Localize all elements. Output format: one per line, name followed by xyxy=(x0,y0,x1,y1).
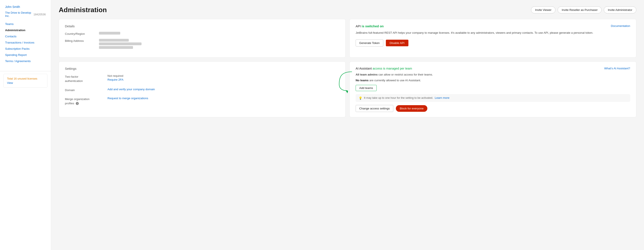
ai-no-teams-bold: No teams xyxy=(356,79,368,82)
sidebar-user: John Smith xyxy=(0,5,51,10)
billing-blurred-1 xyxy=(99,39,129,42)
invite-viewer-button[interactable]: Invite Viewer xyxy=(531,7,556,14)
sidebar-org: The Drive to Develop Inc. 18420536 xyxy=(0,10,51,21)
disable-api-button[interactable]: Disable API xyxy=(386,40,408,46)
merge-org-link[interactable]: Request to merge organizations xyxy=(108,97,148,100)
2fa-value-text: Not required xyxy=(108,74,124,77)
ai-no-teams-suffix: are currently allowed to use AI Assistan… xyxy=(368,79,421,82)
ai-no-teams-note: No teams are currently allowed to use AI… xyxy=(356,79,630,82)
generate-token-button[interactable]: Generate Token xyxy=(356,40,383,47)
merge-info-icon[interactable]: i xyxy=(76,102,79,105)
license-view-link[interactable]: View xyxy=(7,81,13,84)
app-layout: John Smith The Drive to Develop Inc. 184… xyxy=(0,0,644,250)
billing-blurred-2 xyxy=(99,42,142,45)
learn-more-link[interactable]: Learn more xyxy=(435,96,450,99)
api-documentation-link[interactable]: Documentation xyxy=(611,24,630,28)
detail-value-billing xyxy=(99,39,142,49)
ai-desc-team-admins: All team admins can allow or restrict ac… xyxy=(356,72,630,77)
settings-label-domain: Domain xyxy=(65,88,108,92)
require-2fa-link[interactable]: Require 2FA xyxy=(108,78,124,81)
header-buttons: Invite Viewer Invite Reseller as Purchas… xyxy=(531,7,636,14)
license-box: Total 16 unused licenses View xyxy=(4,74,48,88)
sidebar-item-subscription-packs[interactable]: Subscription Packs xyxy=(0,46,51,52)
page-title: Administration xyxy=(59,6,107,14)
change-access-button[interactable]: Change access settings xyxy=(356,105,393,112)
ai-info-text: It may take up to one hour for the setti… xyxy=(364,96,450,99)
api-title: API is switched on xyxy=(356,24,384,28)
settings-row-2fa: Two-factorauthentication Not required Re… xyxy=(65,74,340,83)
details-card: Details Country/Region Billing Address xyxy=(59,19,346,58)
sidebar-nav: Teams Administration Contacts Transactio… xyxy=(0,21,51,68)
ai-info-box: 💡 It may take up to one hour for the set… xyxy=(356,94,630,102)
sidebar-item-contacts[interactable]: Contacts xyxy=(0,33,51,40)
detail-value-country xyxy=(99,32,120,35)
cards-grid: Details Country/Region Billing Address xyxy=(59,19,636,117)
ai-title-prefix: AI Assistant xyxy=(356,67,373,70)
main-header: Administration Invite Viewer Invite Rese… xyxy=(59,6,636,14)
main-content: Administration Invite Viewer Invite Rese… xyxy=(51,0,644,250)
sidebar-item-administration: Administration xyxy=(0,27,51,33)
detail-label-country: Country/Region xyxy=(65,32,99,35)
country-blurred xyxy=(99,32,120,35)
bulb-icon: 💡 xyxy=(358,96,362,100)
add-domain-link[interactable]: Add and verify your company domain xyxy=(108,88,155,91)
org-id: 18420536 xyxy=(34,13,46,16)
api-title-prefix: API xyxy=(356,24,362,28)
svg-marker-0 xyxy=(346,89,349,93)
ai-desc-bold: All team admins xyxy=(356,73,378,76)
license-total: Total 16 unused licenses xyxy=(7,77,44,80)
sidebar-item-transactions[interactable]: Transactions / Invoices xyxy=(0,40,51,46)
settings-card-title: Settings xyxy=(65,67,340,70)
settings-value-merge: Request to merge organizations xyxy=(108,97,148,100)
block-everyone-button[interactable]: Block for everyone xyxy=(396,105,427,112)
detail-label-billing: Billing Address xyxy=(65,39,99,42)
api-card-header: API is switched on Documentation xyxy=(356,24,630,28)
api-buttons: Generate Token Disable API xyxy=(356,40,630,47)
whats-ai-link[interactable]: What's AI Assistant? xyxy=(604,67,630,70)
ai-title: AI Assistant access is managed per team xyxy=(356,67,412,70)
settings-card: Settings Two-factorauthentication Not re… xyxy=(59,61,346,117)
sidebar-item-teams[interactable]: Teams xyxy=(0,21,51,27)
sidebar-item-spending-report[interactable]: Spending Report xyxy=(0,52,51,58)
org-name-link[interactable]: The Drive to Develop Inc. xyxy=(5,11,32,18)
settings-row-merge: Merge organizationprofiles i Request to … xyxy=(65,97,340,106)
settings-label-merge: Merge organizationprofiles i xyxy=(65,97,108,106)
sidebar: John Smith The Drive to Develop Inc. 184… xyxy=(0,0,51,250)
settings-label-2fa: Two-factorauthentication xyxy=(65,74,108,83)
api-status-text: is switched on xyxy=(362,24,384,28)
detail-row-billing: Billing Address xyxy=(65,39,340,49)
invite-admin-button[interactable]: Invite Administrator xyxy=(604,7,636,14)
billing-blurred-3 xyxy=(99,46,133,49)
sidebar-item-terms[interactable]: Terms / Agreements xyxy=(0,58,51,64)
detail-row-country: Country/Region xyxy=(65,32,340,35)
details-card-title: Details xyxy=(65,24,340,28)
add-teams-container: Add teams xyxy=(356,85,377,91)
ai-card-header: AI Assistant access is managed per team … xyxy=(356,67,630,70)
user-name-link[interactable]: John Smith xyxy=(5,5,20,9)
api-description: JetBrains full-featured REST API helps y… xyxy=(356,31,630,35)
settings-row-domain: Domain Add and verify your company domai… xyxy=(65,88,340,92)
ai-status-text: access is managed per team xyxy=(373,67,412,70)
api-card: API is switched on Documentation JetBrai… xyxy=(350,19,636,58)
invite-reseller-button[interactable]: Invite Reseller as Purchaser xyxy=(558,7,602,14)
add-teams-button[interactable]: Add teams xyxy=(356,85,377,91)
ai-footer-buttons: Change access settings Block for everyon… xyxy=(356,105,630,112)
ai-desc-suffix: can allow or restrict access for their t… xyxy=(378,73,433,76)
settings-value-2fa: Not required Require 2FA xyxy=(108,74,124,81)
ai-assistant-card: AI Assistant access is managed per team … xyxy=(350,61,636,117)
settings-value-domain: Add and verify your company domain xyxy=(108,88,155,91)
